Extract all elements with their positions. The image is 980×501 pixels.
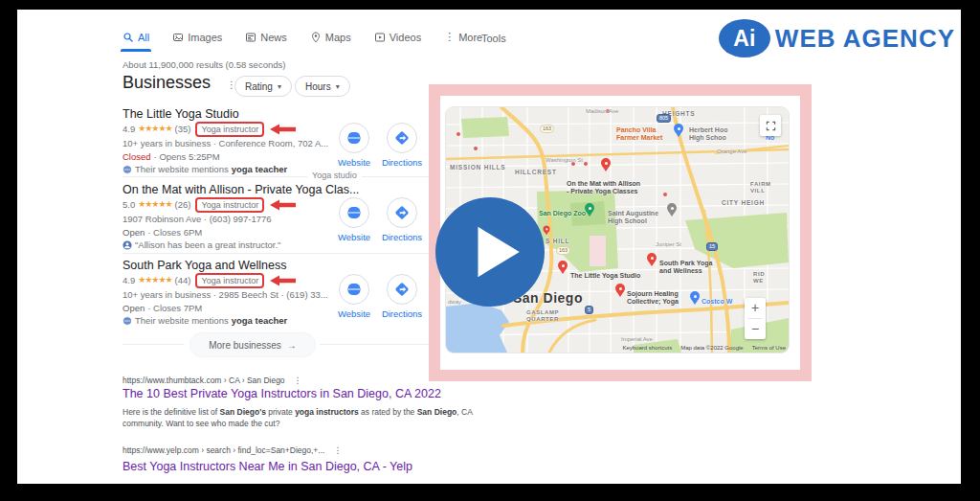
website-button[interactable]: Website <box>333 123 375 168</box>
annotation-arrow-icon <box>270 199 296 211</box>
tab-videos[interactable]: Videos <box>374 32 421 43</box>
map-pin-green[interactable] <box>585 203 594 213</box>
rating-value: 4.9 <box>122 123 135 136</box>
directions-button[interactable]: Directions <box>381 123 423 168</box>
open-status: Open <box>122 226 145 239</box>
category-hint-label: Yoga studio <box>307 171 362 180</box>
map-label: Imperial Ave <box>621 336 653 343</box>
tab-all[interactable]: All <box>122 32 149 43</box>
hours-text: · Opens 5:25PM <box>154 150 220 164</box>
map-label: HILLCREST <box>515 169 557 176</box>
caret-down-icon: ▾ <box>278 82 281 91</box>
directions-icon <box>393 281 411 298</box>
website-label: Website <box>338 232 370 242</box>
globe-icon <box>122 316 132 326</box>
result-title-link[interactable]: The 10 Best Private Yoga Instructors in … <box>122 387 441 400</box>
snippet-text: as rated by the <box>359 407 417 417</box>
open-status: Closed <box>122 150 151 164</box>
website-button[interactable]: Website <box>333 274 375 319</box>
news-icon <box>245 32 256 43</box>
map-pin-blue[interactable] <box>690 291 700 301</box>
result-title-link[interactable]: Best Yoga Instructors Near Me in San Die… <box>122 460 412 473</box>
tools-button[interactable]: Tools <box>481 33 506 44</box>
result-menu-icon[interactable]: ⋮ <box>333 445 342 455</box>
tab-label: News <box>260 32 287 43</box>
route-shield: 163 <box>556 246 570 255</box>
hours-text: · Closes 6PM <box>147 226 202 239</box>
reviewer-icon <box>122 240 132 250</box>
mention-text: Their website mentions <box>135 163 229 176</box>
snippet-bold: San Diego <box>417 407 457 417</box>
directions-button[interactable]: Directions <box>381 274 423 319</box>
result-url[interactable]: https://www.yelp.com › search › find_loc… <box>122 445 342 455</box>
agency-logo-mark: Ai <box>719 19 770 57</box>
review-count: (26) <box>175 198 191 212</box>
images-icon <box>172 32 184 43</box>
rating-filter[interactable]: Rating ▾ <box>234 76 292 97</box>
tab-images[interactable]: Images <box>172 32 222 43</box>
star-rating: ★★★★★ <box>138 274 171 287</box>
map-pin-red[interactable] <box>615 284 625 293</box>
map-label: Orange Ave <box>717 148 747 155</box>
zoom-in-button[interactable]: + <box>745 298 766 318</box>
tab-label: Videos <box>390 32 421 43</box>
map-label: RID WE <box>753 271 765 285</box>
terms-of-use-link[interactable]: Terms of Use <box>752 345 786 351</box>
map-pin-red[interactable] <box>601 158 611 168</box>
map-label: S HILL <box>546 238 569 245</box>
snippet-bold: San Diego's <box>220 407 266 417</box>
listing-divider <box>122 253 431 254</box>
tab-label: Maps <box>325 32 351 43</box>
keyboard-shortcuts-link[interactable]: Keyboard shortcuts <box>622 345 672 351</box>
snippet-text: Here is the definitive list of <box>122 407 220 417</box>
play-icon <box>435 197 545 307</box>
tab-news[interactable]: News <box>245 32 287 43</box>
route-shield: 5 <box>585 306 593 314</box>
directions-label: Directions <box>382 308 422 319</box>
map-dot <box>457 132 460 136</box>
hours-filter[interactable]: Hours ▾ <box>295 76 350 97</box>
result-menu-icon[interactable]: ⋮ <box>294 376 302 385</box>
route-shield: 805 <box>657 114 671 123</box>
map-pin-gray[interactable] <box>667 203 677 213</box>
map-pin-red[interactable] <box>558 261 568 270</box>
business-name-link[interactable]: On the Mat with Allison - Private Yoga C… <box>122 183 443 197</box>
video-play-button[interactable] <box>435 197 545 307</box>
open-status: Open <box>122 302 145 315</box>
directions-label: Directions <box>382 232 422 242</box>
annotation-arrow-icon <box>270 124 296 135</box>
map-attribution: Map data ©2022 Google <box>680 345 743 351</box>
business-name-link[interactable]: South Park Yoga and Wellness <box>122 259 443 273</box>
fullscreen-button[interactable] <box>760 115 781 136</box>
more-businesses-button[interactable]: More businesses → <box>189 332 316 357</box>
website-globe-icon <box>346 282 362 297</box>
rating-value: 5.0 <box>122 198 135 212</box>
map-label: The Little Yoga Studio <box>570 272 640 280</box>
more-vertical-icon: ⋮ <box>444 31 455 43</box>
zoom-out-button[interactable]: − <box>745 319 766 339</box>
website-button[interactable]: Website <box>333 197 375 242</box>
tab-maps[interactable]: Maps <box>310 32 351 43</box>
annotation-arrow-icon <box>270 275 296 286</box>
tab-more[interactable]: ⋮ More <box>444 31 482 43</box>
directions-button[interactable]: Directions <box>381 197 423 242</box>
map-label: On the Mat with Allison - Private Yoga C… <box>567 180 640 196</box>
map-label: Sojourn Healing Collective; Yoga <box>627 290 679 307</box>
category-tag-annotated: Yoga instructor <box>195 122 264 137</box>
map-pin-red[interactable] <box>647 253 657 262</box>
map-pin-blue[interactable] <box>674 124 683 133</box>
map-footer: Keyboard shortcuts Map data ©2022 Google… <box>622 345 786 351</box>
map-label: GASLAMP QUARTER <box>526 309 559 323</box>
map-label: Saint Augustine High School <box>608 210 658 226</box>
map-label: South Park Yoga and Wellness <box>659 260 712 276</box>
divider <box>320 344 431 345</box>
result-url[interactable]: https://www.thumbtack.com › CA › San Die… <box>122 376 302 385</box>
snippet-bold: yoga instructors <box>295 407 359 417</box>
business-name-link[interactable]: The Little Yoga Studio <box>122 107 443 122</box>
video-frame: All Images News Maps Videos ⋮ More <box>0 0 980 501</box>
map-dot <box>474 147 478 150</box>
mention-keyword: yoga teacher <box>232 314 288 328</box>
website-label: Website <box>338 157 370 168</box>
arrow-right-icon: → <box>287 340 297 351</box>
video-icon <box>374 32 386 43</box>
